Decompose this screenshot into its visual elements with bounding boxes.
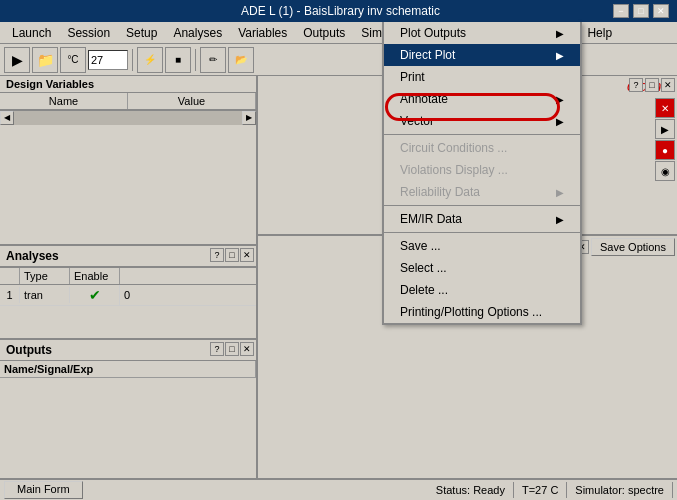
direct-plot-label: Direct Plot xyxy=(400,48,455,62)
right-btn-3[interactable]: ● xyxy=(655,140,675,160)
menu-select[interactable]: Select ... xyxy=(384,257,580,279)
toolbar-stop-btn[interactable]: ■ xyxy=(165,47,191,73)
analyses-close-btn[interactable]: ✕ xyxy=(240,248,254,262)
scroll-track[interactable] xyxy=(14,111,242,125)
menu-save[interactable]: Save ... xyxy=(384,235,580,257)
col-name-signal-header: Name/Signal/Exp xyxy=(0,361,256,377)
plot-outputs-arrow: ▶ xyxy=(556,28,564,39)
annotate-label: Annotate xyxy=(400,92,448,106)
status-temp: T=27 C xyxy=(514,482,567,498)
direct-plot-arrow: ▶ xyxy=(556,50,564,61)
top-help-btn[interactable]: ? xyxy=(629,78,643,92)
menu-plot-outputs[interactable]: Plot Outputs ▶ xyxy=(384,22,580,44)
design-variables-panel: Design Variables Name Value ◀ ▶ xyxy=(0,76,256,246)
emir-arrow: ▶ xyxy=(556,214,564,225)
analyses-panel: Analyses ? □ ✕ Type Enable 1 tran ✔ xyxy=(0,246,256,338)
violations-display-label: Violations Display ... xyxy=(400,163,508,177)
outputs-config-btn[interactable]: □ xyxy=(225,342,239,356)
printing-options-label: Printing/Plotting Options ... xyxy=(400,305,542,319)
maximize-button[interactable]: □ xyxy=(633,4,649,18)
menu-annotate[interactable]: Annotate ▶ xyxy=(384,88,580,110)
status-bar: Status: Ready T=27 C Simulator: spectre xyxy=(428,482,673,498)
analyses-row: 1 tran ✔ 0 xyxy=(0,285,256,306)
close-button[interactable]: ✕ xyxy=(653,4,669,18)
analyses-help-btn[interactable]: ? xyxy=(210,248,224,262)
col-name-header: Name xyxy=(0,93,128,109)
toolbar-value-input[interactable] xyxy=(88,50,128,70)
outputs-panel: Outputs ? □ ✕ Name/Signal/Exp xyxy=(0,338,256,478)
menu-vector[interactable]: Vector ▶ xyxy=(384,110,580,132)
status-simulator: Simulator: spectre xyxy=(567,482,673,498)
results-dropdown-menu: Plot Outputs ▶ Direct Plot ▶ Print Annot… xyxy=(382,22,582,325)
menu-launch[interactable]: Launch xyxy=(4,22,59,44)
sep2 xyxy=(384,205,580,206)
checkmark-icon: ✔ xyxy=(89,287,101,303)
col-type-header: Type xyxy=(20,268,70,284)
design-variables-title: Design Variables xyxy=(0,76,256,92)
right-btn-2[interactable]: ▶ xyxy=(655,119,675,139)
analyses-header: Type Enable xyxy=(0,267,256,285)
plot-outputs-label: Plot Outputs xyxy=(400,26,466,40)
col-value-header: Value xyxy=(128,93,256,109)
analyses-panel-icons: ? □ ✕ xyxy=(210,248,254,262)
save-label: Save ... xyxy=(400,239,441,253)
menu-outputs[interactable]: Outputs xyxy=(295,22,353,44)
main-form-taskbar-btn[interactable]: Main Form xyxy=(4,481,83,499)
minimize-button[interactable]: − xyxy=(613,4,629,18)
emir-data-label: EM/IR Data xyxy=(400,212,462,226)
vector-arrow: ▶ xyxy=(556,116,564,127)
toolbar-temp-btn[interactable]: °C xyxy=(60,47,86,73)
menu-variables[interactable]: Variables xyxy=(230,22,295,44)
vector-label: Vector xyxy=(400,114,434,128)
toolbar-sim-btn[interactable]: ⚡ xyxy=(137,47,163,73)
menu-reliability-data: Reliability Data ▶ xyxy=(384,181,580,203)
toolbar-open-btn[interactable]: 📁 xyxy=(32,47,58,73)
scroll-right-btn[interactable]: ▶ xyxy=(242,111,256,125)
toolbar-edit-btn[interactable]: ✏ xyxy=(200,47,226,73)
print-label: Print xyxy=(400,70,425,84)
toolbar-sep1 xyxy=(132,49,133,71)
right-side-toolbar: ✕ ▶ ● ◉ xyxy=(653,96,677,183)
design-variables-scrollbar: ◀ ▶ xyxy=(0,110,256,124)
row-type: tran xyxy=(20,287,70,303)
delete-label: Delete ... xyxy=(400,283,448,297)
scroll-left-btn[interactable]: ◀ xyxy=(0,111,14,125)
reliability-arrow: ▶ xyxy=(556,187,564,198)
menu-setup[interactable]: Setup xyxy=(118,22,165,44)
col-enable-header: Enable xyxy=(70,268,120,284)
sep3 xyxy=(384,232,580,233)
menu-help[interactable]: Help xyxy=(579,22,620,44)
reliability-data-label: Reliability Data xyxy=(400,185,480,199)
left-panel: Design Variables Name Value ◀ ▶ Analyses… xyxy=(0,76,258,478)
analyses-scroll xyxy=(0,306,256,338)
outputs-help-btn[interactable]: ? xyxy=(210,342,224,356)
menu-emir-data[interactable]: EM/IR Data ▶ xyxy=(384,208,580,230)
top-close-btn[interactable]: ✕ xyxy=(661,78,675,92)
menu-violations-display: Violations Display ... xyxy=(384,159,580,181)
select-label: Select ... xyxy=(400,261,447,275)
top-config-btn[interactable]: □ xyxy=(645,78,659,92)
menu-analyses[interactable]: Analyses xyxy=(165,22,230,44)
save-options-btn[interactable]: Save Options xyxy=(591,238,675,256)
menu-direct-plot[interactable]: Direct Plot ▶ xyxy=(384,44,580,66)
annotate-arrow: ▶ xyxy=(556,94,564,105)
toolbar-launch-btn[interactable]: ▶ xyxy=(4,47,30,73)
row-num: 1 xyxy=(0,287,20,303)
menu-print[interactable]: Print xyxy=(384,66,580,88)
row-enable-checkbox[interactable]: ✔ xyxy=(70,285,120,305)
col-num-header xyxy=(0,268,20,284)
outputs-panel-icons: ? □ ✕ xyxy=(210,342,254,356)
window-controls: − □ ✕ xyxy=(613,4,669,18)
circuit-conditions-label: Circuit Conditions ... xyxy=(400,141,507,155)
menu-delete[interactable]: Delete ... xyxy=(384,279,580,301)
right-btn-1[interactable]: ✕ xyxy=(655,98,675,118)
menu-circuit-conditions: Circuit Conditions ... xyxy=(384,137,580,159)
col-detail-header xyxy=(120,268,256,284)
toolbar-load-btn[interactable]: 📂 xyxy=(228,47,254,73)
menu-printing-options[interactable]: Printing/Plotting Options ... xyxy=(384,301,580,323)
menu-session[interactable]: Session xyxy=(59,22,118,44)
analyses-config-btn[interactable]: □ xyxy=(225,248,239,262)
right-btn-4[interactable]: ◉ xyxy=(655,161,675,181)
outputs-close-btn[interactable]: ✕ xyxy=(240,342,254,356)
top-panel-icons: ? □ ✕ xyxy=(629,78,675,92)
